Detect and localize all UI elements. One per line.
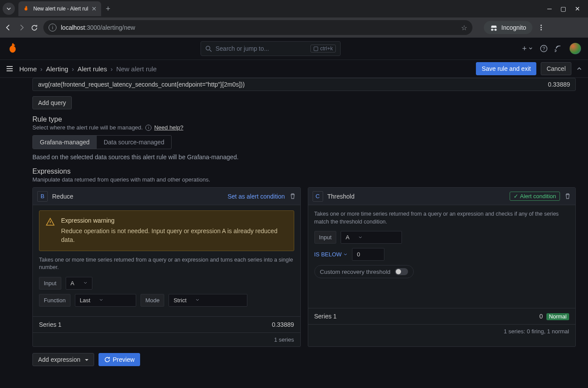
url-bar[interactable]: i localhost:3000/alerting/new ☆ (43, 20, 472, 35)
svg-rect-4 (314, 47, 318, 51)
search-icon (205, 45, 212, 52)
seg-grafana-managed[interactable]: Grafana-managed (33, 136, 97, 149)
add-expression-button[interactable]: Add expression (32, 353, 94, 366)
tab-search-button[interactable] (3, 3, 15, 15)
expression-card-reduce: B Reduce Set as alert condition Expressi… (32, 187, 301, 347)
ref-id[interactable]: C (313, 191, 323, 202)
add-button[interactable]: + (522, 44, 533, 53)
series-summary: 1 series: 0 firing, 1 normal (308, 324, 576, 338)
tab-bar: New alert rule - Alert rul ✕ + ─ ▢ ✕ (0, 0, 588, 17)
maximize-icon[interactable]: ▢ (560, 5, 566, 12)
card-description: Takes one or more time series returned f… (39, 256, 294, 272)
svg-point-3 (206, 46, 210, 50)
add-query-button[interactable]: Add query (32, 96, 72, 109)
crumb-alerting[interactable]: Alerting (46, 65, 68, 73)
query-value: 0.33889 (548, 81, 570, 88)
mode-label: Mode (141, 294, 165, 307)
status-badge: Normal (546, 313, 569, 320)
new-tab-button[interactable]: + (106, 4, 110, 14)
rule-type-segment: Grafana-managed Data source-managed (32, 135, 172, 149)
news-icon[interactable] (555, 45, 563, 52)
forward-button[interactable] (18, 24, 25, 31)
input-select[interactable]: A (341, 231, 402, 244)
trash-icon[interactable] (289, 193, 296, 199)
expressions-subtitle: Manipulate data returned from queries wi… (32, 176, 576, 183)
browser-chrome: New alert rule - Alert rul ✕ + ─ ▢ ✕ i l… (0, 0, 588, 38)
query-row[interactable]: avg(rate(frontend_request_latency_second… (32, 78, 576, 91)
info-icon[interactable]: i (145, 125, 151, 131)
need-help-link[interactable]: Need help? (154, 124, 183, 131)
tab-title: New alert rule - Alert rul (33, 6, 88, 12)
warning-box: Expression warning Reduce operation is n… (39, 210, 294, 251)
mode-select[interactable]: Strict (169, 294, 247, 307)
rule-type-hint: Based on the selected data sources this … (32, 154, 576, 161)
preview-button[interactable]: Preview (99, 353, 141, 366)
save-rule-button[interactable]: Save rule and exit (476, 62, 536, 75)
expression-card-threshold: C Threshold ✓Alert condition Takes one o… (308, 187, 576, 347)
rule-type-title: Rule type (32, 115, 576, 123)
crumb-home[interactable]: Home (19, 65, 37, 73)
browser-toolbar: i localhost:3000/alerting/new ☆ Incognit… (0, 17, 588, 38)
help-icon[interactable]: ? (540, 45, 548, 52)
card-title: Reduce (52, 193, 73, 200)
avatar[interactable] (570, 43, 581, 54)
card-title: Threshold (327, 193, 355, 200)
trash-icon[interactable] (564, 193, 571, 199)
series-row: Series 1 0Normal (308, 308, 576, 324)
close-window-icon[interactable]: ✕ (575, 5, 580, 12)
svg-point-1 (540, 27, 542, 28)
set-alert-condition-link[interactable]: Set as alert condition (228, 193, 285, 200)
collapse-icon[interactable] (576, 65, 583, 72)
query-text: avg(rate(frontend_request_latency_second… (38, 81, 245, 88)
alert-condition-badge[interactable]: ✓Alert condition (510, 192, 560, 201)
cancel-button[interactable]: Cancel (541, 62, 571, 75)
keyboard-shortcut: ctrl+k (310, 45, 336, 52)
breadcrumb: Home› Alerting› Alert rules› New alert r… (19, 65, 157, 73)
close-icon[interactable]: ✕ (92, 5, 97, 12)
input-label: Input (314, 231, 337, 244)
operator-select[interactable]: IS BELOW (314, 251, 348, 258)
sub-header: Home› Alerting› Alert rules› New alert r… (0, 59, 588, 78)
url-text: localhost:3000/alerting/new (61, 24, 135, 31)
recovery-toggle[interactable]: Custom recovery threshold (314, 265, 414, 278)
function-select[interactable]: Last (75, 294, 136, 307)
grafana-app: Search or jump to... ctrl+k + ? Home› Al… (0, 38, 588, 388)
input-select[interactable]: A (66, 277, 92, 290)
svg-point-0 (540, 25, 542, 26)
seg-datasource-managed[interactable]: Data source-managed (97, 136, 172, 149)
series-summary: 1 series (33, 332, 300, 346)
search-input[interactable]: Search or jump to... ctrl+k (201, 41, 341, 56)
back-button[interactable] (4, 24, 12, 31)
grafana-icon (23, 5, 30, 12)
function-label: Function (39, 294, 70, 307)
refresh-icon (104, 357, 110, 363)
crumb-alert-rules[interactable]: Alert rules (77, 65, 107, 73)
svg-text:?: ? (542, 46, 545, 51)
incognito-icon (490, 24, 498, 31)
incognito-chip[interactable]: Incognito (484, 21, 532, 34)
site-info-icon[interactable]: i (49, 24, 56, 31)
warning-icon (46, 217, 55, 227)
warning-title: Expression warning (61, 217, 287, 224)
svg-point-2 (540, 29, 542, 31)
card-description: Takes one or more time series returned f… (314, 210, 570, 226)
warning-text: Reduce operation is not needed. Input qu… (61, 227, 287, 245)
minimize-icon[interactable]: ─ (547, 5, 552, 12)
ref-id[interactable]: B (37, 191, 48, 202)
series-row: Series 1 0.33889 (33, 317, 300, 332)
menu-toggle-icon[interactable] (5, 64, 14, 73)
input-label: Input (39, 277, 61, 290)
crumb-current: New alert rule (116, 65, 157, 73)
grafana-logo[interactable] (7, 42, 19, 55)
page-content: avg(rate(frontend_request_latency_second… (0, 78, 588, 366)
rule-type-subtitle: Select where the alert rule will be mana… (32, 124, 576, 131)
threshold-value-input[interactable] (352, 248, 384, 261)
app-header: Search or jump to... ctrl+k + ? (0, 38, 588, 59)
browser-menu-icon[interactable] (538, 24, 545, 31)
expressions-title: Expressions (32, 168, 576, 175)
browser-tab[interactable]: New alert rule - Alert rul ✕ (18, 1, 101, 16)
reload-button[interactable] (31, 24, 38, 31)
bookmark-icon[interactable]: ☆ (461, 24, 467, 32)
toggle-switch[interactable] (395, 268, 408, 275)
